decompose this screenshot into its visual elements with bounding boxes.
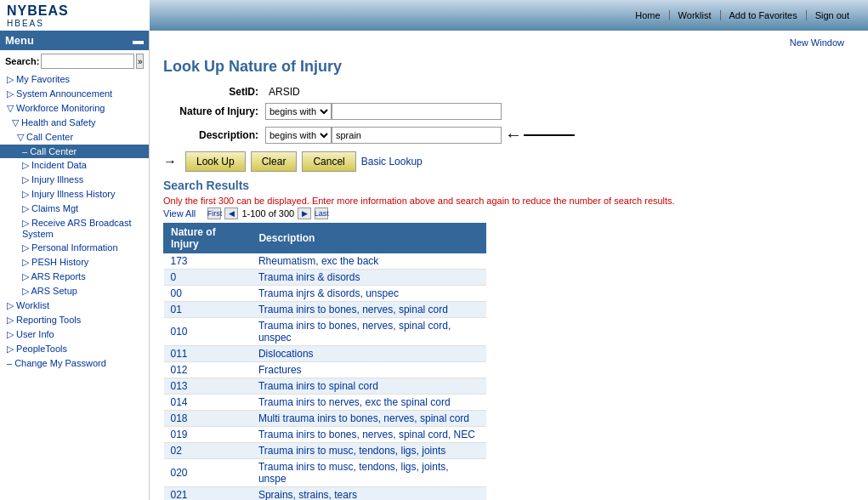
setid-value: ARSID [269,86,300,98]
description-label: Description: [163,129,265,141]
result-desc-link[interactable]: Trauma inirs to musc, tendons, ligs, joi… [258,461,449,485]
result-desc-link[interactable]: Sprains, strains, tears [258,489,357,500]
result-desc-link[interactable]: Trauma inirs & disords [258,271,360,283]
sidebar-item-injury-illness-history[interactable]: ▷ Injury Illness History [0,187,149,202]
results-table: Nature of Injury Description 173Rheumati… [163,223,486,500]
search-results-title: Search Results [163,179,854,192]
description-input[interactable] [332,127,502,144]
sidebar-title: Menu [5,34,34,47]
clear-button[interactable]: Clear [251,151,298,172]
lookup-button[interactable]: Look Up [185,151,246,172]
result-desc-link[interactable]: Trauma inirs to bones, nerves, spinal co… [258,429,475,440]
table-row: 011Dislocations [164,346,486,362]
prev-page-btn[interactable]: ◀ [224,207,238,219]
nature-row: Nature of Injury: begins with contains = [163,103,854,120]
arrow-line [524,134,575,136]
table-row: 018Multi trauma inirs to bones, nerves, … [164,411,486,427]
result-code-link[interactable]: 012 [171,364,188,376]
logo-nybeas: NYBEAS [7,3,69,19]
result-code-link[interactable]: 013 [171,380,188,392]
sidebar-item-worklist[interactable]: ▷ Worklist [0,298,149,313]
table-row: 01Trauma inirs to bones, nerves, spinal … [164,302,486,318]
result-desc-link[interactable]: Dislocations [258,348,314,360]
cancel-button[interactable]: Cancel [302,151,355,172]
table-row: 021Sprains, strains, tears [164,487,486,501]
new-window-link[interactable]: New Window [790,37,844,48]
sidebar-item-incident-data[interactable]: ▷ Incident Data [0,158,149,173]
table-row: 013Trauma inirs to spinal cord [164,378,486,395]
nature-input[interactable] [332,103,502,120]
result-desc-link[interactable]: Trauma inirs to spinal cord [258,380,378,392]
result-desc-link[interactable]: Multi trauma inirs to bones, nerves, spi… [258,412,469,424]
sidebar-item-call-center-active[interactable]: – Call Center [0,145,149,158]
result-code-link[interactable]: 0 [171,271,177,283]
result-desc-link[interactable]: Trauma inirs to bones, nerves, spinal co… [258,320,451,344]
table-row: 0Trauma inirs & disords [164,270,486,286]
last-page-btn[interactable]: Last [315,207,328,219]
result-code-link[interactable]: 014 [171,396,188,408]
result-code-link[interactable]: 01 [171,304,182,315]
search-results-nav: View All First ◀ 1-100 of 300 ▶ Last [163,207,854,219]
sidebar-item-claims-mgt[interactable]: ▷ Claims Mgt [0,202,149,216]
result-desc-link[interactable]: Fractures [258,364,302,376]
content-area: New Window Look Up Nature of Injury SetI… [150,31,868,500]
button-row: → Look Up Clear Cancel Basic Lookup [163,151,854,172]
nav-add-favorites[interactable]: Add to Favorites [721,10,807,20]
logo-hbeas: HBEAS [7,19,69,28]
sidebar-item-workforce-monitoring[interactable]: ▽ Workforce Monitoring [0,101,149,116]
result-code-link[interactable]: 020 [171,467,188,479]
result-code-link[interactable]: 173 [171,255,188,267]
result-desc-link[interactable]: Rheumatism, exc the back [258,255,378,267]
result-desc-link[interactable]: Trauma inirs to musc, tendons, ligs, joi… [258,445,445,457]
result-code-link[interactable]: 011 [171,348,188,360]
description-dropdown[interactable]: begins with contains = [265,127,332,144]
result-code-link[interactable]: 018 [171,412,188,424]
sidebar-item-system-announcement[interactable]: ▷ System Announcement [0,87,149,101]
nature-dropdown[interactable]: begins with contains = [265,103,332,120]
nav-home[interactable]: Home [627,10,669,20]
sidebar-header: Menu ▬ [0,31,149,50]
sidebar-item-ars-setup[interactable]: ▷ ARS Setup [0,284,149,298]
table-row: 173Rheumatism, exc the back [164,253,486,270]
result-code-link[interactable]: 010 [171,326,188,338]
sidebar-item-people-tools[interactable]: ▷ PeopleTools [0,342,149,356]
result-code-link[interactable]: 00 [171,287,182,299]
table-row: 02Trauma inirs to musc, tendons, ligs, j… [164,443,486,459]
view-all-link[interactable]: View All [163,208,196,219]
sidebar-item-pesh-history[interactable]: ▷ PESH History [0,255,149,270]
table-row: 012Fractures [164,362,486,378]
sidebar-item-receive-ars[interactable]: ▷ Receive ARS Broadcast System [0,216,149,241]
sidebar-item-personal-info[interactable]: ▷ Personal Information [0,241,149,255]
sidebar-item-injury-illness[interactable]: ▷ Injury Illness [0,173,149,187]
nav-sign-out[interactable]: Sign out [807,10,858,20]
arrow-annotation: ← [505,125,522,145]
setid-label: SetID: [163,86,265,98]
page-title: Look Up Nature of Injury [163,58,854,76]
first-page-btn[interactable]: First [207,207,221,219]
basic-lookup-link[interactable]: Basic Lookup [361,156,423,168]
search-results-note: Only the first 300 can be displayed. Ent… [163,196,854,206]
sidebar-item-my-favorites[interactable]: ▷ My Favorites [0,72,149,87]
sidebar-search-input[interactable] [41,54,134,69]
sidebar-item-health-safety[interactable]: ▽ Health and Safety [0,116,149,130]
result-desc-link[interactable]: Trauma inirs to nerves, exc the spinal c… [258,396,451,408]
sidebar-item-change-password[interactable]: – Change My Password [0,356,149,370]
sidebar-collapse-icon[interactable]: ▬ [133,34,144,47]
next-page-btn[interactable]: ▶ [298,207,311,219]
table-row: 014Trauma inirs to nerves, exc the spina… [164,395,486,411]
sidebar-item-ars-reports[interactable]: ▷ ARS Reports [0,270,149,284]
sidebar-search-button[interactable]: » [136,54,144,69]
table-row: 00Trauma injrs & disords, unspec [164,286,486,302]
table-row: 020Trauma inirs to musc, tendons, ligs, … [164,459,486,487]
sidebar-search-label: Search: [5,56,39,66]
sidebar-item-user-info[interactable]: ▷ User Info [0,327,149,342]
result-code-link[interactable]: 019 [171,429,188,440]
nav-worklist[interactable]: Worklist [670,10,721,20]
sidebar-item-call-center-parent[interactable]: ▽ Call Center [0,130,149,145]
result-desc-link[interactable]: Trauma injrs & disords, unspec [258,287,399,299]
top-nav: Home Worklist Add to Favorites Sign out [150,0,868,31]
result-code-link[interactable]: 021 [171,489,188,500]
result-desc-link[interactable]: Trauma inirs to bones, nerves, spinal co… [258,304,448,315]
sidebar-item-reporting-tools[interactable]: ▷ Reporting Tools [0,313,149,327]
result-code-link[interactable]: 02 [171,445,182,457]
